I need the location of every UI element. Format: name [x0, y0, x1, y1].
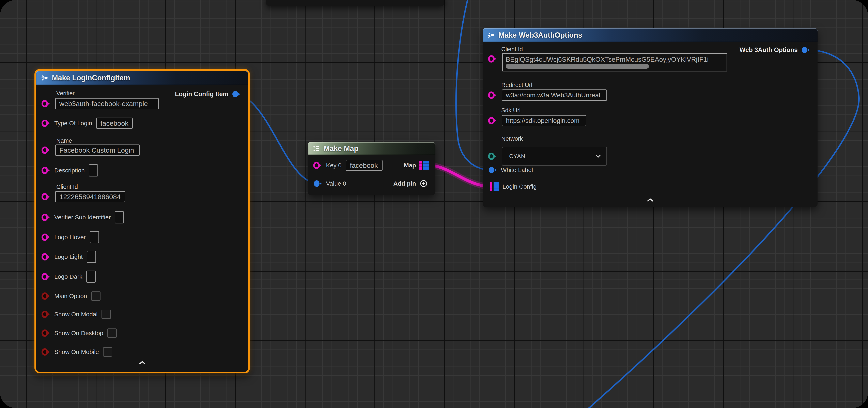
login-config-map-pin[interactable]: [490, 182, 499, 191]
output-pin-label: Login Config Item: [175, 91, 228, 98]
pin-label: Value 0: [326, 180, 346, 187]
white-label-pin[interactable]: [488, 166, 498, 174]
main-option-checkbox[interactable]: [91, 292, 100, 301]
node-header[interactable]: Make Map: [308, 142, 435, 155]
pin-row-type-of-login: Type Of Login facebook: [41, 117, 243, 130]
client-id-textarea[interactable]: BEglQSgt4cUWcj6SKRdu5QkOXTsePmMcusG5EAoy…: [502, 53, 727, 71]
node-make-web3authoptions[interactable]: Make Web3AuthOptions Web 3Auth Options C…: [483, 28, 817, 207]
string-pin[interactable]: [41, 233, 51, 241]
chevron-down-icon: [595, 155, 601, 158]
pin-label: Logo Light: [54, 253, 83, 260]
string-pin[interactable]: [41, 253, 51, 261]
node-make-map[interactable]: Make Map Key 0 facebook Map Value 0 Add …: [308, 142, 435, 195]
boolean-pin[interactable]: [41, 329, 51, 337]
map-output-pin[interactable]: [419, 161, 429, 170]
network-dropdown[interactable]: CYAN: [502, 147, 607, 166]
string-pin[interactable]: [41, 100, 51, 108]
pin-row-white-label: White Label: [488, 164, 812, 176]
client-id-text: BEglQSgt4cUWcj6SKRdu5QkOXTsePmMcusG5EAoy…: [503, 54, 726, 63]
string-pin[interactable]: [41, 193, 51, 201]
pin-label: Network: [501, 135, 523, 142]
blueprint-canvas[interactable]: Make LoginConfigItem Login Config Item V…: [0, 0, 868, 408]
textarea-scrollbar[interactable]: [506, 64, 649, 69]
boolean-pin[interactable]: [41, 310, 51, 318]
pin-row-name: Facebook Custom Login: [41, 144, 243, 157]
pin-row-show-on-modal: Show On Modal: [41, 308, 243, 320]
node-title: Make LoginConfigItem: [52, 74, 130, 82]
boolean-pin[interactable]: [41, 292, 51, 300]
add-pin-button[interactable]: Add pin: [393, 177, 428, 190]
pin-row-show-on-desktop: Show On Desktop: [41, 327, 243, 339]
network-selected-value: CYAN: [509, 153, 525, 160]
string-pin[interactable]: [488, 116, 498, 125]
show-on-mobile-checkbox[interactable]: [103, 347, 112, 356]
logo-dark-input-empty[interactable]: [86, 271, 96, 283]
pin-row-sdk-url: https://sdk.openlogin.com: [488, 114, 812, 127]
pin-row-network: CYAN: [488, 147, 812, 166]
string-pin[interactable]: [41, 146, 51, 154]
pin-label: White Label: [501, 167, 533, 173]
pin-label: Name: [56, 137, 72, 144]
pin-row-show-on-mobile: Show On Mobile: [41, 346, 243, 358]
pin-row-verifier-sub-identifier: Verifier Sub Identifier: [41, 211, 243, 224]
collapse-arrow-icon[interactable]: [646, 198, 654, 202]
node-header[interactable]: Make LoginConfigItem: [36, 71, 248, 85]
boolean-pin[interactable]: [41, 348, 51, 356]
pin-label: Show On Mobile: [54, 348, 99, 355]
string-pin[interactable]: [41, 213, 51, 222]
map-output-row: Map: [404, 159, 429, 172]
string-pin[interactable]: [313, 161, 323, 169]
pin-label: Verifier: [56, 90, 74, 97]
pin-label: Type Of Login: [54, 120, 92, 127]
enum-pin[interactable]: [488, 152, 498, 160]
logo-hover-input-empty[interactable]: [90, 231, 99, 243]
pin-row-logo-dark: Logo Dark: [41, 270, 243, 283]
make-struct-icon: [488, 32, 495, 39]
value0-pin[interactable]: [313, 179, 323, 188]
pin-label: Main Option: [54, 293, 87, 300]
pin-label: Key 0: [326, 162, 342, 169]
client-id-input[interactable]: 1222658941886084: [55, 191, 125, 202]
name-input[interactable]: Facebook Custom Login: [55, 144, 140, 156]
output-pin-label: Map: [404, 162, 416, 169]
node-header[interactable]: Make Web3AuthOptions: [483, 28, 817, 42]
login-config-item-output-pin[interactable]: [231, 90, 241, 98]
sdk-url-input[interactable]: https://sdk.openlogin.com: [502, 115, 586, 126]
pin-row-logo-light: Logo Light: [41, 250, 243, 263]
type-of-login-input[interactable]: facebook: [96, 117, 133, 129]
add-pin-label: Add pin: [393, 180, 416, 187]
description-input-empty[interactable]: [89, 164, 98, 176]
pin-label: Sdk Url: [501, 107, 521, 114]
node-title: Make Map: [323, 144, 359, 153]
pin-row-verifier: web3auth-facebook-example: [41, 97, 243, 110]
pin-row-main-option: Main Option: [41, 290, 243, 302]
pin-row-client-id: 1222658941886084: [41, 191, 243, 203]
verifier-input[interactable]: web3auth-facebook-example: [55, 98, 159, 109]
logo-light-input-empty[interactable]: [87, 251, 96, 263]
string-pin[interactable]: [41, 273, 51, 281]
key0-input[interactable]: facebook: [346, 160, 382, 171]
redirect-url-input[interactable]: w3a://com.w3a.Web3AuthUnreal: [502, 90, 607, 101]
show-on-desktop-checkbox[interactable]: [107, 329, 117, 338]
string-pin[interactable]: [41, 166, 51, 174]
string-pin[interactable]: [488, 91, 498, 99]
pin-label: Description: [54, 167, 85, 174]
pin-label: Redirect Url: [501, 82, 532, 89]
pin-label: Show On Modal: [54, 311, 97, 318]
pin-row-logo-hover: Logo Hover: [41, 231, 243, 243]
pin-row-description: Description: [41, 164, 243, 177]
string-pin[interactable]: [41, 119, 51, 127]
pin-label: Verifier Sub Identifier: [54, 214, 111, 221]
pin-label: Logo Dark: [54, 273, 82, 280]
node-make-loginconfigitem[interactable]: Make LoginConfigItem Login Config Item V…: [34, 69, 250, 373]
add-pin-icon: [420, 179, 428, 188]
collapse-arrow-icon[interactable]: [138, 361, 146, 365]
pin-label: Login Config: [502, 183, 536, 190]
pin-label: Show On Desktop: [54, 330, 103, 337]
make-container-icon: [313, 145, 320, 152]
verifier-sub-identifier-input-empty[interactable]: [115, 211, 124, 224]
pin-row-login-config: Login Config: [488, 180, 812, 193]
show-on-modal-checkbox[interactable]: [101, 310, 111, 319]
pin-row-redirect-url: w3a://com.w3a.Web3AuthUnreal: [488, 89, 812, 101]
string-pin[interactable]: [488, 55, 498, 63]
